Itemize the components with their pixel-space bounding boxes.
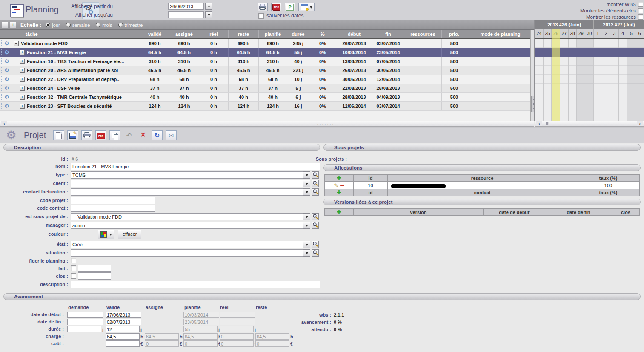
radio-mois-label[interactable]: mois: [102, 23, 112, 28]
drag-handle[interactable]: [0, 84, 4, 92]
task-name[interactable]: Fonction 20 - APS Alimentation par le so…: [27, 68, 118, 73]
scrollbar-thumb[interactable]: [531, 96, 534, 112]
scrollbar-thumb[interactable]: [544, 121, 551, 126]
drag-handle[interactable]: [0, 66, 4, 74]
mail-button[interactable]: ✉: [166, 130, 177, 140]
zoom-in-button[interactable]: +: [10, 22, 16, 28]
scroll-left-button[interactable]: ‹: [536, 121, 542, 126]
task-name[interactable]: Validation mode FDD: [21, 41, 68, 46]
contact-facturation-input[interactable]: [71, 188, 303, 196]
montrer-wbs-checkbox[interactable]: [638, 2, 643, 7]
row-gear-icon[interactable]: ⚙: [4, 49, 9, 56]
row-gear-icon[interactable]: ⚙: [4, 75, 9, 83]
task-name[interactable]: Fonction 22 - DRV Préparation et déprép.…: [27, 77, 120, 82]
clos-checkbox[interactable]: [71, 273, 76, 279]
fait-checkbox[interactable]: [71, 265, 76, 271]
refresh-button[interactable]: ↻: [152, 130, 163, 140]
show-from-input[interactable]: [168, 3, 204, 10]
row-gear-icon[interactable]: ⚙: [4, 66, 9, 74]
copy-button[interactable]: [109, 130, 120, 140]
gantt-horizontal-scrollbar[interactable]: ‹ ›: [535, 121, 644, 127]
row-gear-icon[interactable]: ⚙: [4, 40, 9, 47]
row-gear-icon[interactable]: ⚙: [4, 84, 9, 92]
expander-toggle[interactable]: +: [20, 50, 25, 55]
etat-input[interactable]: [71, 241, 303, 248]
show-to-input[interactable]: [168, 11, 204, 18]
row-gear-icon[interactable]: ⚙: [4, 102, 9, 110]
task-row[interactable]: ⚙+Fonction 24 - DSF Veille37 h37 h0 h37 …: [0, 84, 534, 93]
client-dropdown-button[interactable]: [303, 180, 310, 187]
date-debut-demande-input[interactable]: [67, 312, 103, 318]
radio-mois[interactable]: [96, 23, 100, 27]
row-gear-icon[interactable]: ⚙: [4, 58, 9, 65]
type-input[interactable]: [71, 171, 303, 179]
link-montrer-ressources[interactable]: Montrer les ressources: [586, 14, 636, 20]
fait-date-input[interactable]: [78, 265, 111, 272]
code-contrat-input[interactable]: [71, 205, 155, 212]
task-name[interactable]: Fonction 21 - MVS Energie: [27, 50, 86, 55]
duree-demande-input[interactable]: [67, 326, 101, 332]
code-projet-input[interactable]: [71, 197, 155, 204]
radio-semaine-label[interactable]: semaine: [72, 23, 90, 28]
cout-valide-input[interactable]: [106, 340, 140, 347]
expander-toggle[interactable]: +: [20, 68, 25, 73]
task-row[interactable]: ⚙+Fonction 32 - TMR Centrale Tachymétriq…: [0, 93, 534, 102]
task-row[interactable]: ⚙−Validation mode FDD690 h690 h0 h690 h6…: [0, 39, 534, 48]
task-name[interactable]: Fonction 32 - TMR Centrale Tachymétrique: [27, 95, 122, 100]
parent-search-button[interactable]: [312, 213, 319, 220]
export-project-button[interactable]: P: [285, 3, 295, 11]
show-to-dropdown-button[interactable]: [205, 11, 212, 18]
task-row[interactable]: ⚙+Fonction 22 - DRV Préparation et dépré…: [0, 75, 534, 84]
clos-date-input[interactable]: [78, 272, 111, 280]
client-input[interactable]: [71, 180, 303, 187]
row-gear-icon[interactable]: ⚙: [4, 93, 9, 101]
planning-view-dropdown-button[interactable]: [298, 3, 315, 11]
drag-handle[interactable]: [0, 49, 4, 56]
parent-dropdown-button[interactable]: [303, 213, 310, 220]
link-montrer-elements-clos[interactable]: Montrer les éléments clos: [580, 8, 636, 13]
zoom-out-button[interactable]: −: [2, 22, 8, 28]
add-version-button[interactable]: ✚: [337, 209, 341, 215]
task-row[interactable]: ⚙+Fonction 23 - SFT Boucles de sécurité1…: [0, 102, 534, 111]
figer-planning-checkbox[interactable]: [71, 258, 76, 263]
task-row[interactable]: ⚙+Fonction 10 - TBS Traction et Freinage…: [0, 57, 534, 66]
expander-toggle[interactable]: +: [20, 59, 25, 64]
duree-valide-input[interactable]: [106, 326, 140, 332]
task-name[interactable]: Fonction 24 - DSF Veille: [27, 86, 80, 91]
ressources-checkbox[interactable]: [638, 14, 643, 20]
versions-panel-header[interactable]: Versions liées à ce projet: [323, 199, 641, 205]
description-panel-header[interactable]: Description: [3, 144, 320, 151]
elements-clos-checkbox[interactable]: [638, 8, 643, 13]
task-row[interactable]: ⚙+Fonction 20 - APS Alimentation par le …: [0, 66, 534, 75]
scroll-left-button[interactable]: ‹: [1, 121, 7, 126]
drag-handle[interactable]: [0, 93, 4, 101]
add-contact-button[interactable]: ✚: [337, 189, 341, 196]
etat-search-button[interactable]: [312, 241, 319, 248]
edit-pencil-icon[interactable]: ✎: [334, 182, 338, 188]
export-pdf-button[interactable]: PDF: [271, 3, 281, 11]
client-search-button[interactable]: [312, 180, 319, 187]
panel-splitter-handle[interactable]: ·······: [300, 121, 351, 127]
situation-dropdown-button[interactable]: [303, 249, 310, 257]
effacer-button[interactable]: effacer: [118, 230, 141, 239]
expander-toggle[interactable]: +: [20, 86, 25, 91]
radio-trimestre-label[interactable]: trimestre: [125, 23, 143, 28]
parent-project-input[interactable]: [71, 213, 303, 220]
task-table-vertical-scrollbar[interactable]: [530, 30, 534, 121]
drag-handle[interactable]: [0, 58, 4, 65]
description-input[interactable]: [71, 281, 320, 288]
color-picker-button[interactable]: [98, 230, 114, 239]
expander-toggle[interactable]: +: [20, 95, 25, 100]
type-dropdown-button[interactable]: [303, 171, 310, 179]
task-name[interactable]: Fonction 23 - SFT Boucles de sécurité: [27, 104, 112, 109]
radio-semaine[interactable]: [66, 23, 71, 27]
scroll-right-button[interactable]: ›: [637, 121, 643, 126]
table-horizontal-scrollbar[interactable]: ‹: [0, 121, 534, 127]
etat-dropdown-button[interactable]: [303, 241, 310, 248]
task-row[interactable]: ⚙+Fonction 21 - MVS Energie64.5 h64.5 h0…: [0, 48, 534, 57]
remove-minus-icon[interactable]: [340, 185, 344, 186]
radio-trimestre[interactable]: [118, 23, 123, 27]
undo-button[interactable]: ↶: [123, 130, 135, 140]
contact-search-button[interactable]: [312, 188, 319, 196]
drag-handle[interactable]: [0, 40, 4, 47]
